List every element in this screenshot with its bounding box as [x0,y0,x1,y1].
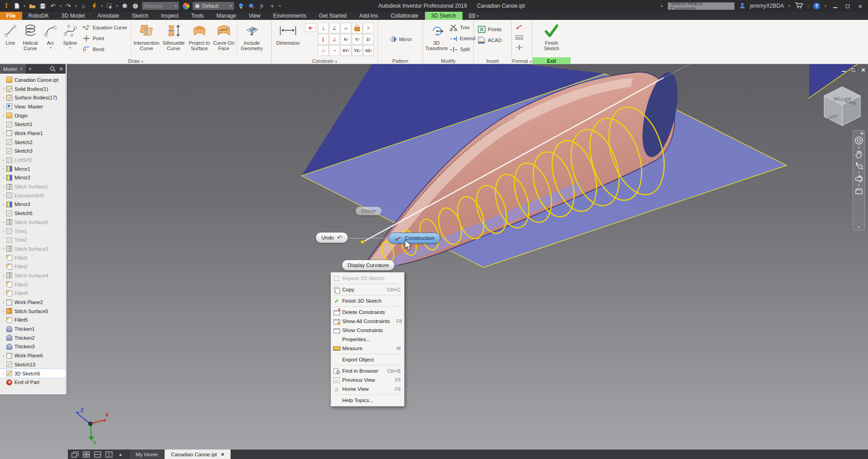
ribbon-tab-get-started[interactable]: Get Started [312,12,353,20]
intersection-curve-button[interactable]: Intersection Curve [132,21,160,51]
tree-item-extrusionsrf1[interactable]: › ExtrusionSrf1 [0,191,66,200]
window-minimize-button[interactable] [831,3,839,9]
doc-minimize-button[interactable] [842,66,846,74]
constraint-button[interactable]: ~ [329,45,340,56]
tree-item-sketch13[interactable]: Sketch13 [0,360,66,369]
appearance-globe-icon[interactable] [132,2,139,9]
tree-expand-icon[interactable]: › [1,95,5,100]
ribbon-display-options[interactable]: ▾ [469,12,479,20]
ribbon-tab-environments[interactable]: Environments [267,12,312,20]
help-caret-icon[interactable]: ▾ [825,4,826,8]
constraint-button[interactable]: ▱ [340,23,351,33]
look-at-icon[interactable] [854,188,863,195]
tab-my-home[interactable]: My Home [129,450,164,459]
panel-label-pattern[interactable]: Pattern [378,57,423,64]
window-restore-button[interactable] [844,3,852,9]
context-menu-item-show-all-constraints[interactable]: Show All Constraints F8 [331,317,404,326]
ribbon-tab-annotate[interactable]: Annotate [91,12,125,20]
tree-expand-icon[interactable]: › [1,202,5,207]
context-menu-item-measure[interactable]: Measure M [331,344,404,353]
context-menu-item-copy[interactable]: Copy Ctrl+C [331,285,404,294]
tree-expand-icon[interactable]: › [1,371,5,376]
color-wheel-icon[interactable] [182,2,189,9]
tree-item-sketch1[interactable]: Sketch1 [0,120,66,129]
spline-caret-icon[interactable]: ▾ [69,46,71,50]
ribbon-tab-tools[interactable]: Tools [185,12,210,20]
marking-undo-button[interactable]: Undo↶ [316,232,348,243]
tree-item-mirror3[interactable]: › Mirror3 [0,200,66,209]
tree-item-thicken1[interactable]: Thicken1 [0,324,66,333]
tree-item-fillet2[interactable]: Fillet2 [0,262,66,271]
tree-expand-icon[interactable]: › [1,166,5,171]
tree-expand-icon[interactable]: › [1,246,5,251]
tile-vertical-icon[interactable] [105,451,113,458]
doc-restore-button[interactable] [852,66,855,74]
equation-curve-button[interactable]: fx Equation Curve [82,23,127,32]
panel-label-exit[interactable]: Exit [533,57,571,64]
tree-item-thicken3[interactable]: Thicken3 [0,342,66,351]
doc-tab-close-icon[interactable]: × [221,451,224,458]
panel-label-constrain[interactable]: Constrain [272,57,377,64]
ribbon-tab-add-ins[interactable]: Add-Ins [353,12,384,20]
tree-expand-icon[interactable]: › [1,273,5,278]
tree-item-stitch-surface5[interactable]: › Stitch Surface5 [0,307,66,316]
collapse-tabs-icon[interactable]: ▲ [118,452,123,457]
redo-caret-icon[interactable]: ▾ [75,4,77,8]
point-button[interactable]: Point [82,34,127,43]
ribbon-tab-robodk[interactable]: RoboDK [22,12,55,20]
constraint-button[interactable]: ∥ [318,34,329,45]
tree-item-work-plane6[interactable]: › Work Plane6 [0,351,66,360]
tree-item-fillet1[interactable]: Fillet1 [0,253,66,262]
user-menu-caret-icon[interactable]: ▾ [788,4,790,8]
driven-dimension-button[interactable]: H×H [515,33,524,42]
constraint-button[interactable]: ○ [318,45,329,56]
constraint-button[interactable]: YZ [352,45,363,56]
constraint-button[interactable] [352,23,363,33]
tree-item-sketch3[interactable]: Sketch3 [0,147,66,156]
browser-tab-model[interactable]: Model × [0,64,26,74]
ribbon-tab-manage[interactable]: Manage [210,12,242,20]
3d-transform-button[interactable]: 3D Transform [425,21,448,51]
context-menu-item-help-topics[interactable]: Help Topics... [331,396,404,405]
tree-item-trim1[interactable]: › Trim1 [0,227,66,236]
split-button[interactable]: Split [450,45,470,54]
tree-expand-icon[interactable]: › [1,220,5,225]
navbar-more-caret-icon[interactable]: ▾ [858,226,860,229]
context-menu-item-repeat-2d-sketch[interactable]: Repeat 2D Sketch [331,274,404,283]
home-button[interactable]: ⌂ [80,2,87,9]
context-menu-item-show-constraints[interactable]: Show Constraints [331,326,404,335]
navbar-close-icon[interactable]: ⊗ [860,131,863,136]
tree-item-loftsrf2[interactable]: › LoftSrf2 [0,155,66,164]
curve-on-face-button[interactable]: Curve On Face [212,21,236,51]
navbar-caret-icon[interactable]: ▾ [858,146,860,149]
tree-expand-icon[interactable]: › [1,300,5,305]
adjust-appearance-icon[interactable] [237,2,245,9]
tree-expand-icon[interactable]: › [1,353,5,358]
constraint-settings-button[interactable]: ▦∕∕ [305,23,316,32]
tree-item-mirror1[interactable]: › Mirror1 [0,164,66,173]
save-button[interactable] [39,2,46,9]
arc-caret-icon[interactable]: ▾ [50,46,52,50]
dimension-button[interactable]: Dimension [274,21,302,46]
points-button[interactable]: Points [477,25,502,34]
tree-item-fillet3[interactable]: Fillet3 [0,280,66,289]
constraint-button[interactable]: = [363,23,374,33]
appearance-combobox[interactable]: Default ▾ [193,2,234,10]
tree-item-trim2[interactable]: Trim2 [0,235,66,244]
context-menu-item-export-object[interactable]: Export Object [331,355,404,364]
browser-search-icon[interactable] [50,66,56,72]
panel-label-insert[interactable]: Insert [474,57,511,64]
clear-appearance-icon[interactable] [248,2,255,9]
browser-add-tab-button[interactable]: + [26,66,34,72]
tile-windows-icon[interactable] [83,451,90,458]
tree-item-view-master[interactable]: › View: Master [0,102,66,111]
tree-item-fillet4[interactable]: Fillet4 [0,289,66,298]
tree-expand-icon[interactable]: › [1,309,5,314]
tree-item-stitch-surface2[interactable]: › Stitch Surface2 [0,218,66,227]
material-sphere-icon[interactable] [121,2,128,9]
undo-button[interactable]: ↶ [49,2,57,9]
tab-canadian-canoe[interactable]: Canadian Canoe.ipt × [164,450,231,459]
tree-item-work-plane2[interactable]: › Work Plane2 [0,298,66,307]
tree-item-stitch-surface3[interactable]: › Stitch Surface3 [0,244,66,253]
context-menu-item-finish-3d-sketch[interactable]: Finish 3D Sketch [331,296,404,305]
